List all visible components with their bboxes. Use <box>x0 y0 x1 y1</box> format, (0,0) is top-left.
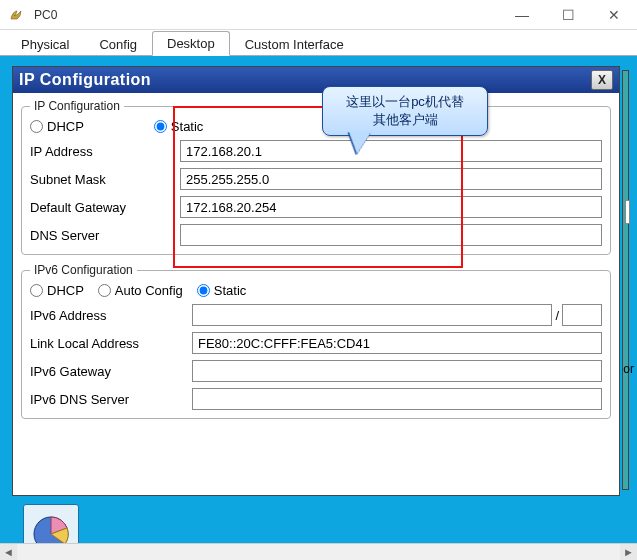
background-scrollbar <box>625 200 630 224</box>
default-gateway-label: Default Gateway <box>30 200 180 215</box>
ipv4-static-label: Static <box>171 119 204 134</box>
scroll-track[interactable] <box>17 544 620 560</box>
ipv6-auto-radio-input[interactable] <box>98 284 111 297</box>
window-title: PC0 <box>34 8 499 22</box>
ipv6-address-label: IPv6 Address <box>30 308 192 323</box>
ipv4-static-radio-input[interactable] <box>154 120 167 133</box>
link-local-label: Link Local Address <box>30 336 192 351</box>
annotation-callout: 这里以一台pc机代替 其他客户端 <box>322 86 488 136</box>
ipv6-prefix-input[interactable] <box>562 304 602 326</box>
ipv6-address-input[interactable] <box>192 304 552 326</box>
minimize-button[interactable]: — <box>499 0 545 30</box>
subnet-mask-input[interactable] <box>180 168 602 190</box>
tab-physical[interactable]: Physical <box>6 32 84 56</box>
ipv6-gateway-label: IPv6 Gateway <box>30 364 192 379</box>
ipv6-dns-label: IPv6 DNS Server <box>30 392 192 407</box>
ipv6-dhcp-radio[interactable]: DHCP <box>30 283 84 298</box>
tab-desktop[interactable]: Desktop <box>152 31 230 56</box>
subnet-mask-label: Subnet Mask <box>30 172 180 187</box>
ip-config-close-button[interactable]: X <box>591 70 613 90</box>
ip-config-window: IP Configuration X IP Configuration DHCP… <box>12 66 620 496</box>
desktop-area: or IP Configuration X IP Configuration D… <box>0 56 637 560</box>
annotation-line-1: 这里以一台pc机代替 <box>331 93 479 111</box>
app-icon <box>6 3 30 27</box>
dns-server-input[interactable] <box>180 224 602 246</box>
tab-custom-interface[interactable]: Custom Interface <box>230 32 359 56</box>
ipv6-static-radio-input[interactable] <box>197 284 210 297</box>
ipv4-legend: IP Configuration <box>30 99 124 113</box>
ip-config-header: IP Configuration X <box>13 67 619 93</box>
annotation-callout-box: 这里以一台pc机代替 其他客户端 <box>322 86 488 136</box>
ipv6-dns-input[interactable] <box>192 388 602 410</box>
ip-config-title: IP Configuration <box>19 71 591 89</box>
ip-address-input[interactable] <box>180 140 602 162</box>
ipv6-dhcp-radio-input[interactable] <box>30 284 43 297</box>
ipv6-static-radio[interactable]: Static <box>197 283 247 298</box>
dns-server-label: DNS Server <box>30 228 180 243</box>
ipv6-gateway-input[interactable] <box>192 360 602 382</box>
scroll-right-arrow[interactable]: ► <box>620 544 637 560</box>
ipv6-fieldset: IPv6 Configuration DHCP Auto Config Stat… <box>21 263 611 419</box>
link-local-input[interactable] <box>192 332 602 354</box>
ipv4-fieldset: IP Configuration DHCP Static IP Address <box>21 99 611 255</box>
ipv6-prefix-slash: / <box>555 308 559 323</box>
ipv4-dhcp-radio-input[interactable] <box>30 120 43 133</box>
window-titlebar: PC0 — ☐ ✕ <box>0 0 637 30</box>
ipv6-auto-label: Auto Config <box>115 283 183 298</box>
background-truncated-text: or <box>623 362 634 376</box>
annotation-line-2: 其他客户端 <box>331 111 479 129</box>
maximize-button[interactable]: ☐ <box>545 0 591 30</box>
ip-address-label: IP Address <box>30 144 180 159</box>
ipv4-dhcp-radio[interactable]: DHCP <box>30 119 84 134</box>
ipv6-dhcp-label: DHCP <box>47 283 84 298</box>
tab-strip: Physical Config Desktop Custom Interface <box>0 30 637 56</box>
tab-config[interactable]: Config <box>84 32 152 56</box>
ipv6-legend: IPv6 Configuration <box>30 263 137 277</box>
close-button[interactable]: ✕ <box>591 0 637 30</box>
scroll-left-arrow[interactable]: ◄ <box>0 544 17 560</box>
ipv4-dhcp-label: DHCP <box>47 119 84 134</box>
ipv6-auto-radio[interactable]: Auto Config <box>98 283 183 298</box>
horizontal-scrollbar[interactable]: ◄ ► <box>0 543 637 560</box>
background-panel-edge <box>622 70 629 490</box>
default-gateway-input[interactable] <box>180 196 602 218</box>
ipv6-static-label: Static <box>214 283 247 298</box>
ipv4-static-radio[interactable]: Static <box>154 119 204 134</box>
